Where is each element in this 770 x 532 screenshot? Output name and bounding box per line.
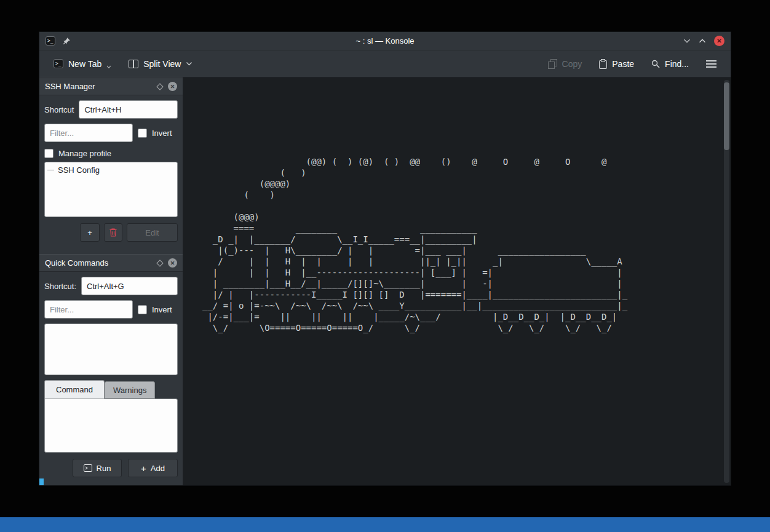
terminal-area[interactable]: (@@) ( ) (@) ( ) @@ () @ O @ O @ ( ) (@@… (183, 77, 731, 485)
quick-commands-title: Quick Commands (45, 258, 152, 268)
split-view-label: Split View (143, 59, 181, 69)
copy-icon (548, 59, 557, 69)
ssh-shortcut-input[interactable] (79, 100, 178, 119)
paste-button[interactable]: Paste (595, 54, 638, 74)
new-tab-icon (54, 59, 63, 68)
list-item-label: SSH Config (58, 165, 100, 175)
edit-label: Edit (145, 228, 159, 237)
window-title: ~ : sl — Konsole (39, 36, 731, 46)
run-button[interactable]: Run (73, 459, 122, 477)
run-label: Run (97, 464, 111, 473)
ssh-manager-title: SSH Manager (45, 82, 152, 91)
ssh-manager-panel: SSH Manager Shortcut Invert (39, 77, 183, 247)
desktop-background: ~ : sl — Konsole (0, 0, 770, 532)
plus-icon (141, 464, 146, 473)
paste-icon (599, 59, 607, 69)
ssh-config-list[interactable]: SSH Config (44, 162, 178, 217)
ssh-invert-label: Invert (152, 129, 172, 138)
quick-commands-header[interactable]: Quick Commands (39, 254, 183, 272)
pin-icon[interactable] (63, 37, 71, 45)
taskbar-strip (0, 517, 770, 532)
maximize-button[interactable] (699, 38, 706, 44)
titlebar[interactable]: ~ : sl — Konsole (39, 32, 731, 50)
konsole-app-icon (46, 36, 55, 46)
new-tab-button[interactable]: New Tab (49, 54, 116, 74)
tab-command[interactable]: Command (44, 380, 105, 399)
terminal-output: (@@) ( ) (@) ( ) @@ () @ O @ O @ ( ) (@@… (202, 156, 633, 333)
quick-commands-close-button[interactable] (168, 258, 177, 268)
qc-invert-label: Invert (152, 305, 172, 314)
split-view-button[interactable]: Split View (124, 54, 197, 74)
quick-commands-body: Shortcut: Invert Command Warnings (39, 272, 183, 482)
close-button[interactable] (714, 36, 724, 46)
main-area: SSH Manager Shortcut Invert (39, 77, 731, 485)
find-button[interactable]: Find... (647, 54, 693, 74)
split-view-icon (129, 60, 138, 68)
tab-warnings[interactable]: Warnings (105, 381, 155, 399)
window-controls (683, 36, 724, 46)
qc-invert-checkbox[interactable] (138, 305, 147, 314)
ssh-manager-body: Shortcut Invert Manage profile (39, 95, 183, 247)
copy-label: Copy (562, 59, 582, 69)
tree-branch-icon (47, 170, 54, 170)
konsole-window: ~ : sl — Konsole (39, 32, 731, 485)
scrollbar-thumb[interactable] (724, 82, 729, 150)
ssh-edit-button: Edit (127, 223, 178, 242)
qc-add-label: Add (151, 464, 165, 473)
run-icon (84, 464, 92, 472)
hamburger-icon (706, 60, 716, 68)
search-icon (651, 60, 660, 68)
ssh-filter-input[interactable] (44, 124, 133, 142)
ssh-shortcut-label: Shortcut (44, 105, 74, 114)
qc-shortcut-input[interactable] (81, 277, 178, 295)
titlebar-left (46, 36, 71, 46)
scrollbar[interactable] (724, 80, 729, 483)
qc-shortcut-label: Shortcut: (44, 282, 76, 291)
find-label: Find... (665, 59, 689, 69)
toolbar: New Tab Split View Copy (39, 50, 731, 77)
manage-profile-label: Manage profile (58, 149, 111, 158)
ssh-manager-close-button[interactable] (168, 82, 177, 91)
new-tab-dropdown-icon (106, 65, 111, 69)
focus-indicator (39, 478, 44, 485)
float-panel-icon[interactable] (156, 83, 163, 90)
command-editor[interactable] (44, 399, 178, 453)
qc-add-button[interactable]: Add (128, 459, 178, 477)
ssh-manager-header[interactable]: SSH Manager (39, 77, 183, 95)
minimize-button[interactable] (683, 38, 691, 44)
paste-label: Paste (612, 59, 634, 69)
float-panel-icon[interactable] (156, 260, 163, 266)
split-view-dropdown-icon (186, 62, 193, 66)
list-item-ssh-config[interactable]: SSH Config (45, 162, 177, 178)
copy-button: Copy (544, 54, 587, 74)
quick-commands-list[interactable] (44, 324, 178, 375)
add-icon: + (87, 228, 92, 237)
ssh-delete-button[interactable] (104, 223, 122, 242)
ssh-add-button[interactable]: + (80, 223, 100, 242)
ssh-invert-checkbox[interactable] (138, 129, 147, 138)
qc-filter-input[interactable] (44, 300, 133, 319)
manage-profile-checkbox[interactable] (44, 149, 54, 158)
new-tab-label: New Tab (68, 59, 101, 69)
quick-commands-panel: Quick Commands Shortcut: Invert (39, 254, 183, 482)
qc-tab-bar: Command Warnings (44, 380, 178, 399)
trash-icon (109, 228, 117, 237)
menu-button[interactable] (702, 54, 721, 74)
sidebar: SSH Manager Shortcut Invert (39, 77, 183, 485)
